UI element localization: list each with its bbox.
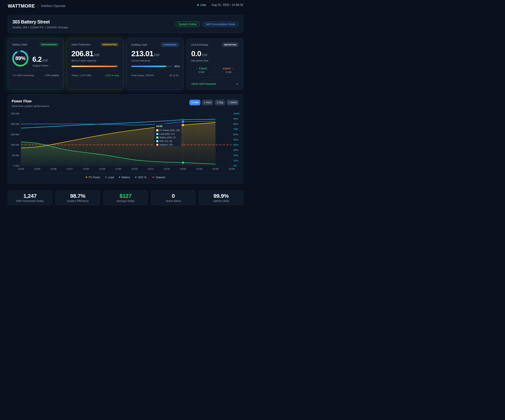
svg-text:100%: 100% xyxy=(233,112,240,115)
svg-text:10%: 10% xyxy=(233,159,238,162)
svg-text:250 kW: 250 kW xyxy=(11,112,19,115)
svg-text:14:00: 14:00 xyxy=(131,167,138,170)
svg-text:13:55: 13:55 xyxy=(34,167,40,170)
svg-text:20%: 20% xyxy=(233,154,238,157)
svg-text:14:03: 14:03 xyxy=(180,167,186,170)
svg-text:70%: 70% xyxy=(233,128,238,131)
svg-text:14:06: 14:06 xyxy=(228,167,235,170)
svg-text:13:60: 13:60 xyxy=(115,167,121,170)
svg-text:50 kW: 50 kW xyxy=(12,154,19,157)
svg-text:60%: 60% xyxy=(233,133,238,136)
svg-text:40%: 40% xyxy=(233,143,238,146)
svg-text:13:56: 13:56 xyxy=(50,167,57,170)
svg-text:30%: 30% xyxy=(233,149,238,151)
svg-text:80%: 80% xyxy=(233,123,238,125)
svg-text:90%: 90% xyxy=(233,117,238,120)
svg-text:150 kW: 150 kW xyxy=(11,133,19,136)
svg-text:14:04: 14:04 xyxy=(196,167,202,170)
svg-text:13:57: 13:57 xyxy=(67,167,73,170)
svg-text:50%: 50% xyxy=(233,138,238,141)
svg-text:13:59: 13:59 xyxy=(99,167,105,170)
svg-text:13:54: 13:54 xyxy=(18,167,24,170)
svg-text:0%: 0% xyxy=(233,164,237,167)
svg-text:14:02: 14:02 xyxy=(164,167,170,170)
svg-text:14:01: 14:01 xyxy=(147,167,154,170)
svg-text:100 kW: 100 kW xyxy=(11,143,19,146)
svg-text:200 kW: 200 kW xyxy=(11,123,19,125)
svg-text:0 kW: 0 kW xyxy=(13,164,19,167)
svg-text:14:05: 14:05 xyxy=(212,167,219,170)
svg-text:13:58: 13:58 xyxy=(83,167,89,170)
